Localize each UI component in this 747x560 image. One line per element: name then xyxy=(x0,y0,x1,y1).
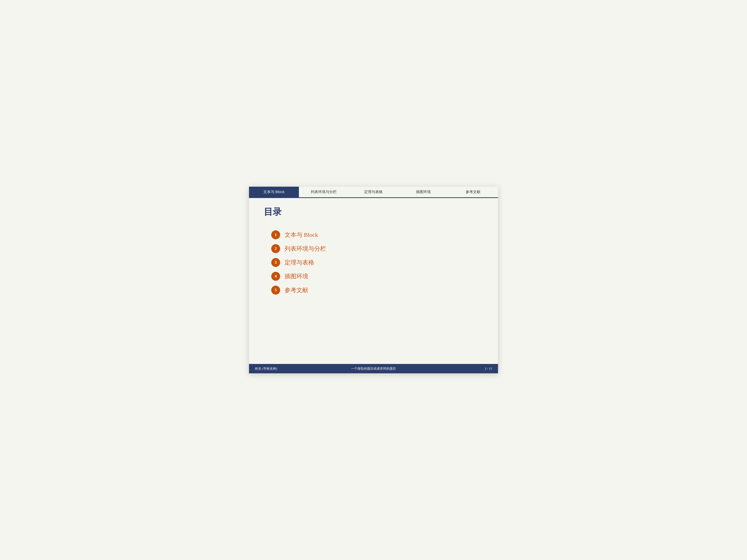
toc-badge-2: 2 xyxy=(271,244,280,253)
nav-item-1[interactable]: 文本与 Block xyxy=(249,187,299,197)
toc-label-1: 文本与 Block xyxy=(285,231,318,239)
nav-label-1: 文本与 Block xyxy=(263,190,285,194)
nav-label-4: 插图环境 xyxy=(416,190,431,194)
nav-bar: 文本与 Block 列表环境与分栏 定理与表格 插图环境 参考文献 xyxy=(249,187,498,198)
slide-container: 文本与 Block 列表环境与分栏 定理与表格 插图环境 参考文献 目录 1 文… xyxy=(249,187,498,373)
page-title: 目录 xyxy=(264,206,483,218)
toc-badge-1: 1 xyxy=(271,230,280,239)
main-content: 目录 1 文本与 Block 2 列表环境与分栏 3 定理与表格 4 插图环境 … xyxy=(249,198,498,364)
footer-right: 2 / 15 xyxy=(433,367,492,371)
toc-label-2: 列表环境与分栏 xyxy=(285,245,326,252)
nav-item-3[interactable]: 定理与表格 xyxy=(349,187,398,197)
nav-item-4[interactable]: 插图环境 xyxy=(398,187,448,197)
nav-item-5[interactable]: 参考文献 xyxy=(448,187,498,197)
toc-item-5: 5 参考文献 xyxy=(271,283,483,297)
footer-left: 姓名 (学校名称) xyxy=(255,367,314,371)
toc-item-2: 2 列表环境与分栏 xyxy=(271,242,483,256)
toc-item-1: 1 文本与 Block xyxy=(271,228,483,242)
toc-label-4: 插图环境 xyxy=(285,272,308,280)
toc-list: 1 文本与 Block 2 列表环境与分栏 3 定理与表格 4 插图环境 5 参… xyxy=(264,228,483,297)
toc-badge-5: 5 xyxy=(271,286,280,295)
toc-item-4: 4 插图环境 xyxy=(271,269,483,283)
toc-label-3: 定理与表格 xyxy=(285,259,314,266)
toc-badge-3: 3 xyxy=(271,258,280,267)
toc-item-3: 3 定理与表格 xyxy=(271,256,483,269)
toc-label-5: 参考文献 xyxy=(285,286,308,294)
nav-label-2: 列表环境与分栏 xyxy=(311,190,337,194)
footer-center: 一个报告的题目或者答辩的题目 xyxy=(314,367,433,371)
toc-badge-4: 4 xyxy=(271,272,280,281)
nav-label-3: 定理与表格 xyxy=(364,190,383,194)
footer-bar: 姓名 (学校名称) 一个报告的题目或者答辩的题目 2 / 15 xyxy=(249,364,498,373)
nav-item-2[interactable]: 列表环境与分栏 xyxy=(299,187,349,197)
nav-label-5: 参考文献 xyxy=(466,190,481,194)
